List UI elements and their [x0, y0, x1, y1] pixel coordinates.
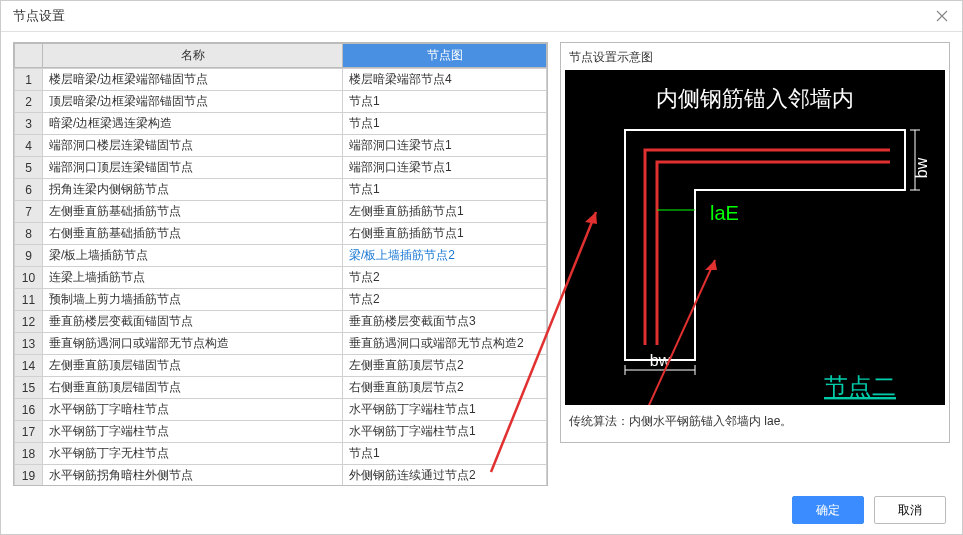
row-number: 5: [15, 157, 43, 179]
diagram-caption: 节点二: [824, 373, 896, 400]
row-value[interactable]: 外侧钢筋连续通过节点2: [343, 465, 547, 486]
dialog-body: 名称 节点图 1楼层暗梁/边框梁端部锚固节点楼层暗梁端部节点42顶层暗梁/边框梁…: [1, 32, 962, 486]
row-number: 9: [15, 245, 43, 267]
diagram-top-text: 内侧钢筋锚入邻墙内: [656, 86, 854, 111]
row-value[interactable]: 端部洞口连梁节点1: [343, 157, 547, 179]
row-name: 水平钢筋丁字无柱节点: [43, 443, 343, 465]
preview-panel: 节点设置示意图 内侧钢筋锚入邻墙内 bw: [560, 42, 950, 486]
row-number: 15: [15, 377, 43, 399]
row-name: 水平钢筋拐角暗柱外侧节点: [43, 465, 343, 486]
row-value[interactable]: 垂直筋遇洞口或端部无节点构造2: [343, 333, 547, 355]
preview-title: 节点设置示意图: [565, 47, 945, 70]
lae-label: laE: [710, 202, 739, 224]
table-row[interactable]: 15右侧垂直筋顶层锚固节点右侧垂直筋顶层节点2: [15, 377, 547, 399]
row-value[interactable]: 楼层暗梁端部节点4: [343, 69, 547, 91]
row-number: 2: [15, 91, 43, 113]
node-settings-dialog: 节点设置 名称 节点图 1楼层暗梁/边框梁端部锚固节点楼层暗梁端部节点42顶层暗…: [0, 0, 963, 535]
bw-label-1: bw: [913, 157, 930, 178]
ok-button[interactable]: 确定: [792, 496, 864, 524]
row-name: 拐角连梁内侧钢筋节点: [43, 179, 343, 201]
table-row[interactable]: 1楼层暗梁/边框梁端部锚固节点楼层暗梁端部节点4: [15, 69, 547, 91]
col-diagram: 节点图: [343, 44, 547, 68]
table-row[interactable]: 7左侧垂直筋基础插筋节点左侧垂直筋插筋节点1: [15, 201, 547, 223]
table-row[interactable]: 5端部洞口顶层连梁锚固节点端部洞口连梁节点1: [15, 157, 547, 179]
row-number: 8: [15, 223, 43, 245]
table-row[interactable]: 3暗梁/边框梁遇连梁构造节点1: [15, 113, 547, 135]
row-value[interactable]: 垂直筋楼层变截面节点3: [343, 311, 547, 333]
table-row[interactable]: 9梁/板上墙插筋节点梁/板上墙插筋节点2: [15, 245, 547, 267]
row-name: 右侧垂直筋顶层锚固节点: [43, 377, 343, 399]
row-value[interactable]: 右侧垂直筋顶层节点2: [343, 377, 547, 399]
row-name: 端部洞口楼层连梁锚固节点: [43, 135, 343, 157]
table-row[interactable]: 19水平钢筋拐角暗柱外侧节点外侧钢筋连续通过节点2: [15, 465, 547, 486]
row-name: 端部洞口顶层连梁锚固节点: [43, 157, 343, 179]
row-name: 左侧垂直筋顶层锚固节点: [43, 355, 343, 377]
row-name: 右侧垂直筋基础插筋节点: [43, 223, 343, 245]
table-row[interactable]: 16水平钢筋丁字暗柱节点水平钢筋丁字端柱节点1: [15, 399, 547, 421]
row-number: 3: [15, 113, 43, 135]
diagram-box: 节点设置示意图 内侧钢筋锚入邻墙内 bw: [560, 42, 950, 443]
row-name: 垂直筋楼层变截面锚固节点: [43, 311, 343, 333]
row-value[interactable]: 端部洞口连梁节点1: [343, 135, 547, 157]
row-number: 18: [15, 443, 43, 465]
table-row[interactable]: 13垂直钢筋遇洞口或端部无节点构造垂直筋遇洞口或端部无节点构造2: [15, 333, 547, 355]
row-value[interactable]: 节点1: [343, 91, 547, 113]
title-bar: 节点设置: [1, 1, 962, 32]
row-value[interactable]: 水平钢筋丁字端柱节点1: [343, 421, 547, 443]
cancel-button[interactable]: 取消: [874, 496, 946, 524]
row-value[interactable]: 右侧垂直筋插筋节点1: [343, 223, 547, 245]
table-body: 1楼层暗梁/边框梁端部锚固节点楼层暗梁端部节点42顶层暗梁/边框梁端部锚固节点节…: [14, 68, 547, 485]
table-header: 名称 节点图: [14, 43, 547, 68]
row-name: 梁/板上墙插筋节点: [43, 245, 343, 267]
algo-text: 传统算法：内侧水平钢筋锚入邻墙内 lae。: [565, 405, 945, 438]
dialog-title: 节点设置: [13, 7, 65, 25]
table-panel: 名称 节点图 1楼层暗梁/边框梁端部锚固节点楼层暗梁端部节点42顶层暗梁/边框梁…: [13, 42, 548, 486]
table-row[interactable]: 8右侧垂直筋基础插筋节点右侧垂直筋插筋节点1: [15, 223, 547, 245]
row-number: 16: [15, 399, 43, 421]
table-row[interactable]: 6拐角连梁内侧钢筋节点节点1: [15, 179, 547, 201]
row-number: 4: [15, 135, 43, 157]
row-name: 连梁上墙插筋节点: [43, 267, 343, 289]
row-name: 水平钢筋丁字暗柱节点: [43, 399, 343, 421]
col-name: 名称: [43, 44, 343, 68]
row-value[interactable]: 梁/板上墙插筋节点2: [343, 245, 547, 267]
table-body-scroll[interactable]: 1楼层暗梁/边框梁端部锚固节点楼层暗梁端部节点42顶层暗梁/边框梁端部锚固节点节…: [14, 68, 547, 485]
row-name: 顶层暗梁/边框梁端部锚固节点: [43, 91, 343, 113]
row-number: 6: [15, 179, 43, 201]
row-name: 楼层暗梁/边框梁端部锚固节点: [43, 69, 343, 91]
row-value[interactable]: 节点1: [343, 179, 547, 201]
row-value[interactable]: 左侧垂直筋顶层节点2: [343, 355, 547, 377]
table-row[interactable]: 12垂直筋楼层变截面锚固节点垂直筋楼层变截面节点3: [15, 311, 547, 333]
row-name: 垂直钢筋遇洞口或端部无节点构造: [43, 333, 343, 355]
diagram-svg: 内侧钢筋锚入邻墙内 bw bw: [565, 70, 945, 405]
row-value[interactable]: 节点1: [343, 443, 547, 465]
table-row[interactable]: 11预制墙上剪力墙插筋节点节点2: [15, 289, 547, 311]
table-row[interactable]: 14左侧垂直筋顶层锚固节点左侧垂直筋顶层节点2: [15, 355, 547, 377]
row-value[interactable]: 水平钢筋丁字端柱节点1: [343, 399, 547, 421]
row-number: 17: [15, 421, 43, 443]
close-icon[interactable]: [934, 8, 950, 24]
row-number: 14: [15, 355, 43, 377]
row-value[interactable]: 左侧垂直筋插筋节点1: [343, 201, 547, 223]
table-row[interactable]: 10连梁上墙插筋节点节点2: [15, 267, 547, 289]
row-number: 7: [15, 201, 43, 223]
table-row[interactable]: 18水平钢筋丁字无柱节点节点1: [15, 443, 547, 465]
row-name: 预制墙上剪力墙插筋节点: [43, 289, 343, 311]
footer: 确定 取消: [1, 486, 962, 534]
row-name: 暗梁/边框梁遇连梁构造: [43, 113, 343, 135]
svg-rect-0: [565, 70, 945, 405]
row-value[interactable]: 节点2: [343, 289, 547, 311]
row-number: 13: [15, 333, 43, 355]
row-number: 19: [15, 465, 43, 486]
table-row[interactable]: 17水平钢筋丁字端柱节点水平钢筋丁字端柱节点1: [15, 421, 547, 443]
table-row[interactable]: 4端部洞口楼层连梁锚固节点端部洞口连梁节点1: [15, 135, 547, 157]
row-name: 左侧垂直筋基础插筋节点: [43, 201, 343, 223]
table-row[interactable]: 2顶层暗梁/边框梁端部锚固节点节点1: [15, 91, 547, 113]
row-number: 11: [15, 289, 43, 311]
row-number: 12: [15, 311, 43, 333]
row-number: 1: [15, 69, 43, 91]
row-name: 水平钢筋丁字端柱节点: [43, 421, 343, 443]
row-value[interactable]: 节点1: [343, 113, 547, 135]
row-number: 10: [15, 267, 43, 289]
row-value[interactable]: 节点2: [343, 267, 547, 289]
